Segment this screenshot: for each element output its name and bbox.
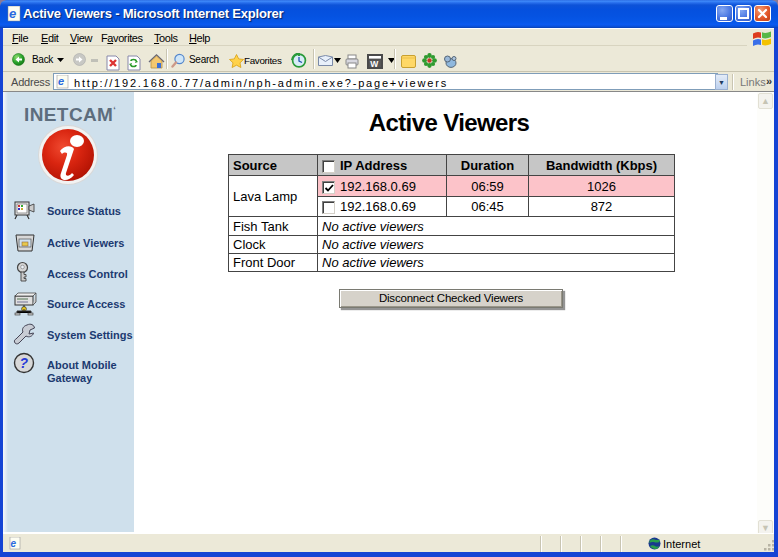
- svg-text:?: ?: [20, 355, 29, 371]
- svg-text:e: e: [9, 6, 16, 21]
- svg-text:W: W: [370, 59, 379, 69]
- svg-text:e: e: [58, 75, 64, 87]
